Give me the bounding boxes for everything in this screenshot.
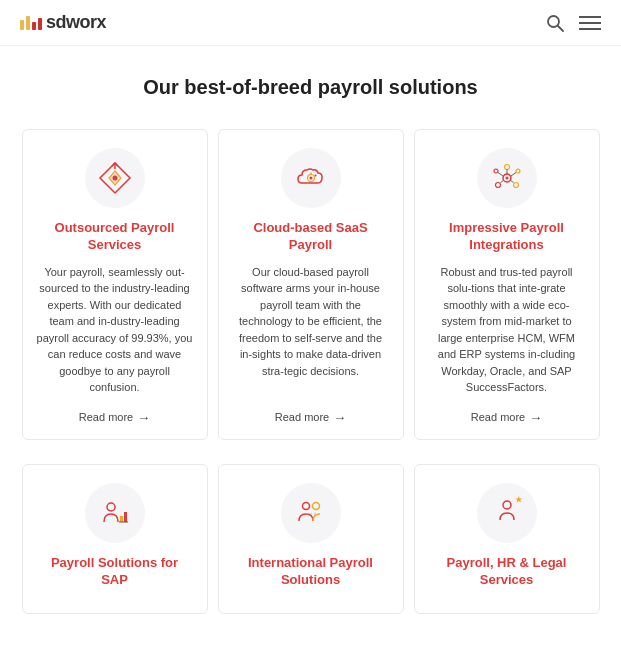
header-icons: [545, 13, 601, 33]
menu-icon[interactable]: [579, 15, 601, 31]
svg-point-20: [513, 183, 518, 188]
svg-point-0: [548, 16, 559, 27]
card-cloud-title: Cloud-based SaaS Payroll: [233, 220, 389, 254]
svg-point-22: [494, 169, 498, 173]
card-international: International Payroll Solutions: [218, 464, 404, 614]
search-icon[interactable]: [545, 13, 565, 33]
svg-line-19: [500, 181, 503, 183]
logo-bars: [20, 16, 42, 30]
arrow-icon: →: [137, 410, 150, 425]
svg-point-18: [495, 183, 500, 188]
main-content: Our best-of-breed payroll solutions: [0, 46, 621, 634]
header: sdworx: [0, 0, 621, 46]
svg-line-1: [558, 26, 563, 31]
card-cloud-readmore[interactable]: Read more →: [275, 410, 346, 425]
page-title: Our best-of-breed payroll solutions: [20, 76, 601, 99]
card-outsourced: Outsourced Payroll Services Your payroll…: [22, 129, 208, 440]
cloud-icon-circle: [281, 148, 341, 208]
svg-point-13: [314, 175, 316, 177]
svg-point-24: [516, 169, 520, 173]
svg-point-12: [310, 173, 312, 175]
svg-point-31: [312, 502, 319, 509]
bottom-cards-row: Payroll Solutions for SAP International …: [20, 464, 601, 614]
svg-rect-27: [120, 516, 123, 522]
card-sap: Payroll Solutions for SAP: [22, 464, 208, 614]
card-cloud-desc: Our cloud-based payroll software arms yo…: [233, 264, 389, 396]
card-integrations-readmore[interactable]: Read more →: [471, 410, 542, 425]
international-icon-circle: [281, 483, 341, 543]
logo-text: sdworx: [46, 12, 106, 33]
card-legal: Payroll, HR & Legal Services: [414, 464, 600, 614]
integrations-icon-circle: [477, 148, 537, 208]
card-legal-title: Payroll, HR & Legal Services: [429, 555, 585, 589]
svg-point-8: [112, 176, 117, 181]
outsourced-icon-circle: [85, 148, 145, 208]
svg-point-11: [309, 177, 312, 180]
card-integrations: Impressive Payroll Integrations Robust a…: [414, 129, 600, 440]
svg-point-26: [107, 503, 115, 511]
svg-point-33: [503, 501, 511, 509]
card-integrations-desc: Robust and trus-ted payroll solu-tions t…: [429, 264, 585, 396]
svg-line-25: [511, 173, 516, 177]
svg-rect-28: [124, 512, 127, 522]
card-cloud: Cloud-based SaaS Payroll Our cloud-based…: [218, 129, 404, 440]
svg-point-16: [504, 165, 509, 170]
card-outsourced-readmore[interactable]: Read more →: [79, 410, 150, 425]
arrow-icon: →: [333, 410, 346, 425]
svg-line-23: [498, 173, 503, 177]
cards-row: Outsourced Payroll Services Your payroll…: [20, 129, 601, 440]
svg-point-15: [505, 177, 508, 180]
arrow-icon: →: [529, 410, 542, 425]
svg-line-21: [510, 181, 513, 183]
card-outsourced-title: Outsourced Payroll Services: [37, 220, 193, 254]
card-outsourced-desc: Your payroll, seamlessly out-sourced to …: [37, 264, 193, 396]
card-integrations-title: Impressive Payroll Integrations: [429, 220, 585, 254]
sap-icon-circle: [85, 483, 145, 543]
legal-icon-circle: [477, 483, 537, 543]
svg-point-30: [302, 502, 309, 509]
svg-marker-34: [515, 496, 522, 503]
card-sap-title: Payroll Solutions for SAP: [37, 555, 193, 589]
logo[interactable]: sdworx: [20, 12, 106, 33]
card-international-title: International Payroll Solutions: [233, 555, 389, 589]
